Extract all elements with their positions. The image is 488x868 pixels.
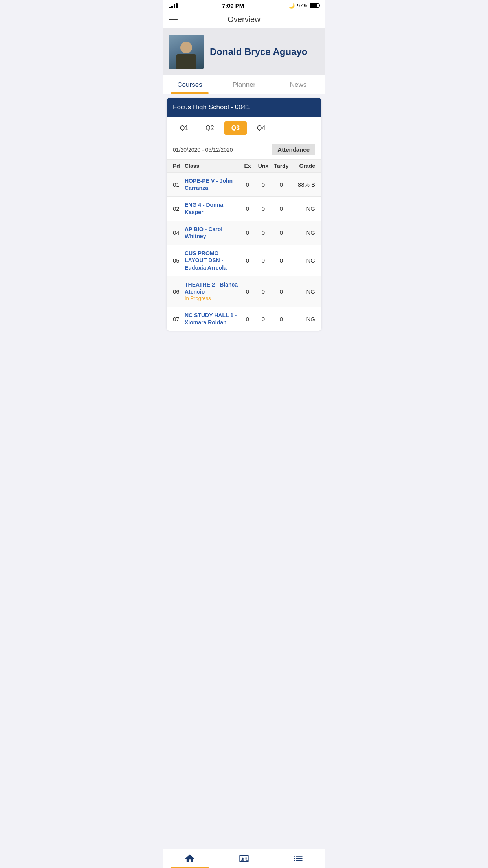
course-pd: 01: [173, 181, 185, 188]
course-tardy: 0: [271, 257, 292, 264]
profile-section: Donald Bryce Aguayo: [163, 28, 325, 75]
course-tardy: 0: [271, 316, 292, 322]
course-grade: 88% B: [292, 181, 315, 188]
course-pd: 07: [173, 316, 185, 322]
status-bar: 7:09 PM 🌙 97%: [163, 0, 325, 11]
course-name: AP BIO - Carol Whitney: [185, 226, 240, 240]
course-ex: 0: [240, 205, 255, 212]
quarter-tabs: Q1 Q2 Q3 Q4: [167, 117, 321, 140]
course-unx: 0: [255, 316, 271, 322]
course-pd: 04: [173, 229, 185, 236]
tab-news[interactable]: News: [271, 75, 325, 94]
course-name: THEATRE 2 - Blanca Atencio In Progress: [185, 281, 240, 302]
course-grade: NG: [292, 316, 315, 322]
course-tardy: 0: [271, 181, 292, 188]
table-row[interactable]: 06 THEATRE 2 - Blanca Atencio In Progres…: [167, 276, 321, 307]
course-pd: 05: [173, 257, 185, 264]
col-ex: Ex: [240, 163, 255, 169]
school-name: Focus High School - 0041: [173, 103, 250, 111]
col-tardy: Tardy: [271, 163, 292, 169]
tab-bar: Courses Planner News: [163, 75, 325, 94]
course-table: Pd Class Ex Unx Tardy Grade 01 HOPE-PE V…: [167, 160, 321, 331]
course-pd: 02: [173, 205, 185, 212]
school-header: Focus High School - 0041: [167, 98, 321, 117]
course-unx: 0: [255, 257, 271, 264]
tab-planner[interactable]: Planner: [217, 75, 271, 94]
col-grade: Grade: [292, 163, 315, 169]
course-grade: NG: [292, 288, 315, 295]
status-right: 🌙 97%: [288, 3, 319, 9]
col-class: Class: [185, 163, 240, 169]
course-grade: NG: [292, 257, 315, 264]
menu-button[interactable]: [169, 17, 178, 23]
course-tardy: 0: [271, 205, 292, 212]
attendance-badge: Attendance: [272, 144, 315, 155]
course-unx: 0: [255, 288, 271, 295]
date-range: 01/20/2020 - 05/12/2020: [173, 147, 272, 153]
course-name: HOPE-PE V - John Carranza: [185, 177, 240, 191]
battery-icon: [310, 3, 319, 8]
course-name: ENG 4 - Donna Kasper: [185, 201, 240, 215]
table-row[interactable]: 07 NC STUDY HALL 1 - Xiomara Roldan 0 0 …: [167, 307, 321, 331]
course-tardy: 0: [271, 229, 292, 236]
main-content: Focus High School - 0041 Q1 Q2 Q3 Q4 01/…: [163, 94, 325, 335]
profile-photo: [169, 35, 204, 69]
table-header: Pd Class Ex Unx Tardy Grade: [167, 160, 321, 172]
battery-percent: 97%: [297, 3, 307, 9]
table-row[interactable]: 05 CUS PROMO LAYOUT DSN - Eudoxia Arreol…: [167, 245, 321, 276]
course-ex: 0: [240, 288, 255, 295]
in-progress-label: In Progress: [185, 295, 240, 302]
tab-courses[interactable]: Courses: [163, 75, 217, 94]
quarter-q2[interactable]: Q2: [198, 121, 221, 135]
col-unx: Unx: [255, 163, 271, 169]
date-attendance-row: 01/20/2020 - 05/12/2020 Attendance: [167, 140, 321, 160]
course-ex: 0: [240, 181, 255, 188]
status-time: 7:09 PM: [222, 2, 244, 9]
quarter-q3[interactable]: Q3: [224, 121, 247, 135]
course-pd: 06: [173, 288, 185, 295]
quarter-q4[interactable]: Q4: [250, 121, 272, 135]
school-card: Focus High School - 0041 Q1 Q2 Q3 Q4 01/…: [167, 98, 321, 331]
table-row[interactable]: 02 ENG 4 - Donna Kasper 0 0 0 NG: [167, 196, 321, 220]
quarter-q1[interactable]: Q1: [173, 121, 195, 135]
course-tardy: 0: [271, 288, 292, 295]
moon-icon: 🌙: [288, 3, 295, 9]
course-unx: 0: [255, 181, 271, 188]
col-pd: Pd: [173, 163, 185, 169]
course-name: NC STUDY HALL 1 - Xiomara Roldan: [185, 312, 240, 326]
course-ex: 0: [240, 316, 255, 322]
profile-name: Donald Bryce Aguayo: [210, 46, 308, 57]
table-row[interactable]: 01 HOPE-PE V - John Carranza 0 0 0 88% B: [167, 172, 321, 196]
page-title: Overview: [178, 15, 310, 24]
signal-icon: [169, 3, 178, 8]
course-unx: 0: [255, 205, 271, 212]
course-grade: NG: [292, 229, 315, 236]
table-row[interactable]: 04 AP BIO - Carol Whitney 0 0 0 NG: [167, 221, 321, 245]
course-ex: 0: [240, 229, 255, 236]
course-name: CUS PROMO LAYOUT DSN - Eudoxia Arreola: [185, 250, 240, 271]
top-nav: Overview: [163, 11, 325, 28]
course-unx: 0: [255, 229, 271, 236]
course-grade: NG: [292, 205, 315, 212]
course-ex: 0: [240, 257, 255, 264]
